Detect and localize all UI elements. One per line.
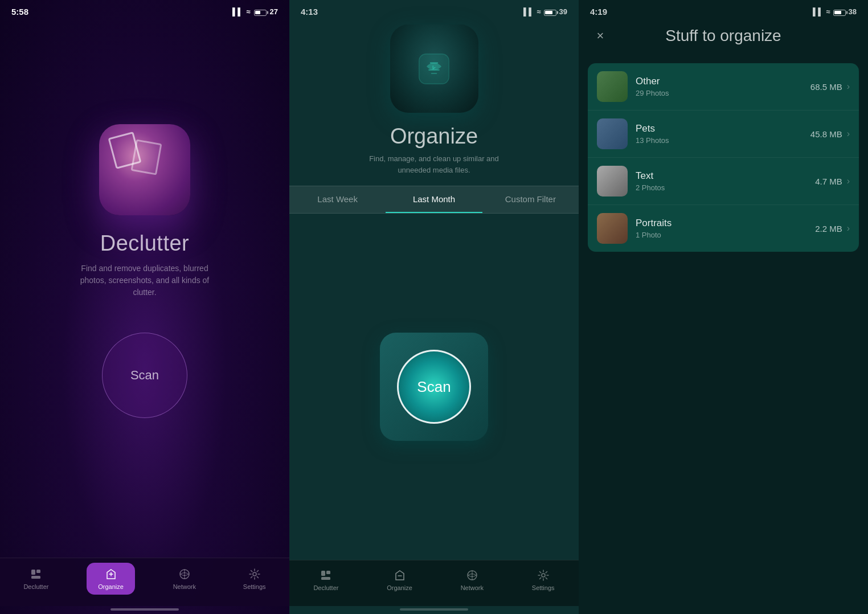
- battery-pct-1: 27: [270, 7, 278, 16]
- time-2: 4:13: [301, 7, 318, 17]
- declutter-tab-icon: [29, 567, 43, 581]
- battery-pct-2: 39: [559, 7, 567, 16]
- stuff-info-other: Other 29 Photos: [636, 76, 810, 97]
- tab-bar-2: Declutter Organize Network: [289, 560, 579, 606]
- tab-network-2[interactable]: Network: [452, 565, 493, 595]
- scan-area: Scan: [380, 214, 488, 560]
- chevron-icon-other: ›: [847, 81, 850, 92]
- stuff-info-portraits: Portraits 1 Photo: [636, 218, 815, 239]
- svg-rect-0: [31, 570, 35, 575]
- stuff-item-other[interactable]: Other 29 Photos 68.5 MB ›: [588, 63, 859, 110]
- chevron-icon-pets: ›: [847, 129, 850, 139]
- tab-network-1[interactable]: Network: [164, 564, 205, 593]
- stuff-item-text[interactable]: Text 2 Photos 4.7 MB ›: [588, 158, 859, 205]
- stuff-size-other: 68.5 MB: [810, 82, 842, 92]
- declutter-subtitle: Find and remove duplicates, blurred phot…: [71, 263, 219, 298]
- svg-rect-1: [36, 570, 40, 573]
- battery-icon-2: [544, 7, 556, 16]
- tab-label-organize-2: Organize: [387, 584, 412, 591]
- stuff-title: Stuff to organize: [611, 27, 857, 45]
- battery-icon-3: [833, 7, 846, 16]
- thumb-portraits: [597, 213, 628, 244]
- settings-tab-icon-1: [248, 567, 261, 581]
- status-icons-2: ▌▌ ≈ 39: [523, 7, 567, 16]
- svg-rect-7: [321, 571, 325, 576]
- stuff-name-portraits: Portraits: [636, 218, 815, 229]
- chevron-icon-portraits: ›: [847, 223, 850, 234]
- signal-icon-1: ▌▌: [232, 7, 243, 16]
- tab-organize-2[interactable]: Organize: [378, 565, 421, 595]
- tab-label-declutter-2: Declutter: [313, 584, 338, 591]
- stuff-info-pets: Pets 13 Photos: [636, 123, 810, 145]
- close-button[interactable]: ×: [590, 26, 611, 46]
- declutter-title: Declutter: [100, 231, 190, 256]
- thumb-pets: [597, 118, 628, 149]
- battery-pct-3: 38: [849, 7, 857, 16]
- stuff-count-text: 2 Photos: [636, 183, 815, 192]
- tab-label-network-2: Network: [461, 584, 484, 591]
- stuff-info-text: Text 2 Photos: [636, 170, 815, 192]
- stuff-count-pets: 13 Photos: [636, 136, 810, 145]
- tab-label-organize-1: Organize: [98, 583, 124, 590]
- scan-label-declutter: Scan: [130, 368, 159, 383]
- status-icons-1: ▌▌ ≈ 27: [232, 7, 278, 16]
- tab-declutter-2[interactable]: Declutter: [304, 565, 347, 595]
- screen-organize: 4:13 ▌▌ ≈ 39 Organize Find, manage, and …: [289, 0, 579, 614]
- tab-organize-1[interactable]: Organize: [87, 563, 135, 595]
- stuff-size-portraits: 2.2 MB: [815, 224, 842, 234]
- filter-tab-custom[interactable]: Custom Filter: [482, 186, 579, 213]
- filter-tab-last-month[interactable]: Last Month: [386, 186, 482, 213]
- status-icons-3: ▌▌ ≈ 38: [813, 7, 857, 16]
- scan-label-organize: Scan: [417, 378, 451, 396]
- chevron-icon-text: ›: [847, 176, 850, 186]
- scan-circle: Scan: [397, 350, 471, 424]
- thumb-other: [597, 71, 628, 102]
- network-tab-icon-1: [178, 567, 191, 581]
- declutter-main: Declutter Find and remove duplicates, bl…: [0, 19, 289, 558]
- tab-label-settings-2: Settings: [532, 584, 555, 591]
- stuff-list: Other 29 Photos 68.5 MB › Pets 13 Photos…: [579, 53, 868, 614]
- organize-subtitle: Find, manage, and clean up similar and u…: [363, 153, 505, 175]
- stuff-card: Other 29 Photos 68.5 MB › Pets 13 Photos…: [588, 63, 859, 252]
- tab-declutter-1[interactable]: Declutter: [14, 564, 58, 593]
- signal-icon-3: ▌▌: [813, 7, 823, 16]
- signal-icon-2: ▌▌: [523, 7, 534, 16]
- wifi-icon-2: ≈: [537, 7, 541, 16]
- declutter-tab-icon-2: [319, 568, 333, 582]
- status-bar-1: 5:58 ▌▌ ≈ 27: [0, 0, 289, 19]
- screen-stuff: 4:19 ▌▌ ≈ 38 × Stuff to organize Other 2…: [579, 0, 868, 614]
- tab-settings-2[interactable]: Settings: [523, 565, 564, 595]
- tab-label-network-1: Network: [173, 583, 196, 590]
- home-indicator-1: [110, 608, 179, 611]
- filter-tab-last-week[interactable]: Last Week: [289, 186, 386, 213]
- screen-declutter: 5:58 ▌▌ ≈ 27 Declutter Find and remove d…: [0, 0, 289, 614]
- tab-bar-1: Declutter Organize Network: [0, 558, 289, 606]
- scan-button-declutter[interactable]: Scan: [102, 333, 187, 418]
- time-1: 5:58: [11, 7, 28, 17]
- organize-app-icon: [390, 24, 478, 113]
- tab-settings-1[interactable]: Settings: [234, 564, 275, 593]
- status-bar-2: 4:13 ▌▌ ≈ 39: [289, 0, 579, 19]
- stuff-name-other: Other: [636, 76, 810, 87]
- status-bar-3: 4:19 ▌▌ ≈ 38: [579, 0, 868, 19]
- svg-rect-9: [321, 577, 330, 580]
- stuff-name-pets: Pets: [636, 123, 810, 134]
- stuff-count-portraits: 1 Photo: [636, 231, 815, 239]
- time-3: 4:19: [590, 7, 607, 17]
- organize-title: Organize: [390, 124, 478, 149]
- battery-icon-1: [254, 7, 267, 16]
- stuff-item-portraits[interactable]: Portraits 1 Photo 2.2 MB ›: [588, 205, 859, 252]
- home-indicator-2: [400, 608, 468, 611]
- organize-tab-icon: [104, 567, 118, 581]
- scan-button-organize[interactable]: Scan: [380, 333, 488, 441]
- stuff-item-pets[interactable]: Pets 13 Photos 45.8 MB ›: [588, 110, 859, 158]
- organize-tab-icon-2: [393, 568, 407, 582]
- network-tab-icon-2: [465, 568, 479, 582]
- stuff-size-pets: 45.8 MB: [810, 129, 842, 139]
- settings-tab-icon-2: [537, 568, 550, 582]
- svg-point-12: [542, 574, 545, 577]
- svg-point-5: [253, 572, 256, 576]
- tab-label-settings-1: Settings: [243, 583, 266, 590]
- organize-main: Organize Find, manage, and clean up simi…: [289, 19, 579, 560]
- svg-rect-8: [326, 571, 330, 574]
